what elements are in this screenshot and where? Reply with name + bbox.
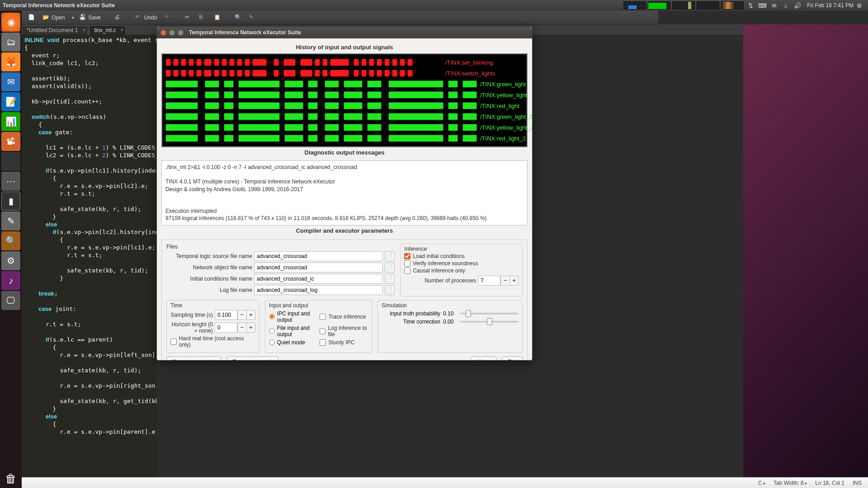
launcher-colors[interactable] — [1, 152, 20, 171]
launcher-dash[interactable]: ◉ — [1, 13, 20, 32]
status-tabwidth[interactable]: Tab Width: 8 — [774, 480, 807, 486]
corr-slider[interactable] — [460, 321, 519, 323]
launcher-files[interactable]: 🗂 — [1, 33, 20, 52]
paste-button[interactable] — [211, 13, 224, 22]
cut-button[interactable] — [182, 13, 195, 22]
tab-untitled[interactable]: *Untitled Document 1× — [22, 25, 88, 35]
updown-icon[interactable]: ⇅ — [746, 1, 755, 9]
status-mode[interactable]: INS — [853, 480, 862, 486]
code-editor[interactable]: INLINE void process(k_base *kb, event s,… — [22, 35, 156, 477]
dialog-titlebar[interactable]: Temporal Inference Network eXecutor Suit… — [157, 27, 532, 38]
launcher-calc[interactable]: 📊 — [1, 112, 20, 131]
print-icon — [114, 14, 122, 21]
network-file-input[interactable] — [254, 263, 383, 272]
launcher-settings[interactable]: ⚙ — [1, 251, 20, 270]
signal-label: /TINX:green_light — [480, 81, 526, 88]
keyboard-icon[interactable]: ⌨ — [758, 1, 766, 9]
sampling-minus[interactable]: − — [237, 310, 246, 320]
corr-value: 0.00 — [443, 319, 458, 325]
sys-graph-4[interactable] — [697, 1, 719, 9]
sys-graph-5[interactable] — [721, 1, 744, 9]
status-position: Ln 18, Col 1 — [815, 480, 844, 486]
window-close-button[interactable] — [160, 30, 166, 36]
launcher-impress[interactable]: 📽 — [1, 132, 20, 151]
diagnostic-output[interactable]: ./tinx_mt 2>&1 -t 0.100 -z 0 -n 7 -I adv… — [161, 160, 528, 225]
nproc-label: Number of processes — [404, 277, 476, 284]
status-language[interactable]: C — [758, 480, 765, 486]
temporal-file-label: Temporal logic source file name — [166, 253, 252, 259]
signal-label: /TINX:red_light — [480, 103, 519, 109]
trace-checkbox[interactable]: Trace inference — [320, 310, 368, 323]
undo-label: Undo — [144, 14, 157, 21]
network-file-browse[interactable]: 📄 — [385, 263, 395, 272]
new-button[interactable] — [25, 13, 38, 22]
signal-label: /TINX:green_light_2 — [480, 113, 532, 120]
prob-slider[interactable] — [460, 313, 519, 314]
open-dropdown[interactable]: ▾ — [69, 14, 75, 21]
launcher-trash[interactable]: 🗑 — [1, 469, 20, 488]
hard-rt-checkbox[interactable]: Hard real time (root access only) — [170, 335, 255, 348]
sampling-input[interactable] — [215, 310, 237, 320]
clock[interactable]: Fri Feb 16 7:41 PM — [807, 2, 854, 9]
save-button[interactable]: Save — [76, 13, 103, 22]
network-icon[interactable]: ⏚ — [782, 1, 790, 9]
top-panel: Temporal Inference Network eXecutor Suit… — [0, 0, 868, 11]
log-file-input[interactable] — [254, 285, 383, 295]
volume-icon[interactable]: 🔊 — [793, 1, 802, 9]
ipc-io-radio[interactable]: IPC input and output — [269, 310, 317, 323]
temporal-file-browse[interactable]: 📄 — [385, 251, 395, 261]
gedit-toolbar: Open ▾ Save Undo — [22, 11, 658, 24]
nproc-input[interactable] — [478, 276, 500, 286]
window-minimize-button[interactable] — [169, 30, 175, 36]
horizon-input[interactable] — [215, 323, 237, 333]
launcher-lens[interactable]: 🔍 — [1, 231, 20, 250]
file-io-radio[interactable]: File input and output — [269, 325, 317, 338]
launcher-app-1[interactable]: ⋯ — [1, 172, 20, 191]
initial-file-input[interactable] — [254, 274, 383, 284]
about-button[interactable]: About — [471, 357, 496, 361]
causal-only-checkbox[interactable]: Causal inference only — [404, 267, 519, 274]
launcher-writer[interactable]: 📝 — [1, 92, 20, 111]
launcher-firefox[interactable]: 🦊 — [1, 52, 20, 71]
initial-file-browse[interactable]: 📄 — [385, 274, 395, 284]
replace-button[interactable] — [246, 13, 259, 22]
sys-graph-1[interactable] — [623, 1, 646, 9]
tab-tinx-mt[interactable]: tinx_mt.c× — [89, 25, 126, 35]
panel-title: Temporal Inference Network eXecutor Suit… — [3, 2, 115, 9]
close-icon[interactable]: × — [83, 27, 85, 33]
sampling-plus[interactable]: + — [246, 310, 255, 320]
launcher: ◉ 🗂 🦊 ✉ 📝 📊 📽 ⋯ ▮ ✎ 🔍 ⚙ ♪ 🖵 🗑 — [0, 11, 22, 488]
load-initial-checkbox[interactable]: Load initial conditions — [404, 253, 519, 259]
log-inf-checkbox[interactable]: Log inference to file — [320, 325, 368, 338]
generate-button[interactable]: Generate network — [166, 357, 221, 361]
session-icon[interactable]: ⚙ — [855, 1, 863, 9]
launcher-monitor[interactable]: 🖵 — [1, 291, 20, 310]
horizon-plus[interactable]: + — [246, 323, 255, 333]
sys-graph-2[interactable] — [648, 1, 670, 9]
exit-button[interactable]: Exit — [502, 357, 523, 361]
nproc-minus[interactable]: − — [500, 276, 509, 286]
verify-soundness-checkbox[interactable]: Verify inference soundness — [404, 260, 519, 267]
sys-graph-3[interactable] — [672, 1, 695, 9]
execute-button[interactable]: Execute network — [226, 357, 278, 361]
window-maximize-button[interactable] — [178, 30, 184, 36]
launcher-thunderbird[interactable]: ✉ — [1, 72, 20, 91]
copy-button[interactable] — [197, 13, 209, 22]
find-button[interactable] — [232, 13, 245, 22]
mail-icon[interactable]: ✉ — [770, 1, 778, 9]
tinx-dialog: Temporal Inference Network eXecutor Suit… — [156, 26, 533, 361]
quiet-radio[interactable]: Quiet mode — [269, 339, 317, 346]
redo-button[interactable] — [161, 13, 174, 22]
launcher-terminal[interactable]: ▮ — [1, 192, 20, 211]
close-icon[interactable]: × — [121, 27, 123, 33]
launcher-music[interactable]: ♪ — [1, 271, 20, 290]
undo-button[interactable]: Undo — [132, 13, 160, 22]
open-button[interactable]: Open — [40, 13, 67, 22]
log-file-browse[interactable]: 📄 — [385, 285, 395, 295]
print-button[interactable] — [112, 13, 124, 22]
launcher-gedit[interactable]: ✎ — [1, 211, 20, 230]
temporal-file-input[interactable] — [254, 251, 383, 261]
horizon-minus[interactable]: − — [237, 323, 246, 333]
nproc-plus[interactable]: + — [509, 276, 519, 286]
sturdy-checkbox[interactable]: Sturdy IPC — [320, 339, 368, 346]
